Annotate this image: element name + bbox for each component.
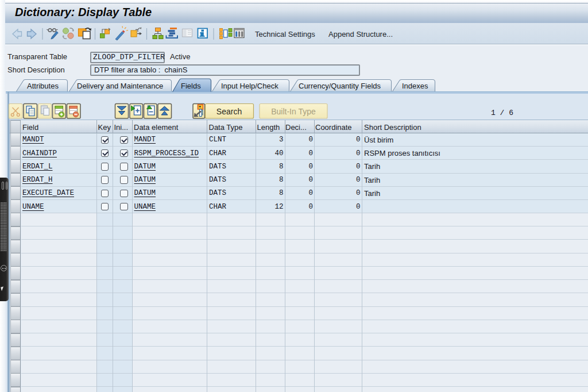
svg-text:Attributes: Attributes — [27, 82, 59, 90]
svg-text:Search: Search — [216, 107, 242, 116]
svg-text:Built-In Type: Built-In Type — [271, 107, 316, 116]
svg-text:Technical Settings: Technical Settings — [255, 30, 315, 39]
svg-text:Indexes: Indexes — [402, 82, 428, 90]
svg-text:Fields: Fields — [181, 82, 201, 90]
svg-text:Append Structure...: Append Structure... — [328, 30, 393, 39]
svg-text:Delivery and Maintenance: Delivery and Maintenance — [77, 82, 163, 90]
svg-text:Currency/Quantity Fields: Currency/Quantity Fields — [299, 82, 381, 90]
svg-text:Input Help/Check: Input Help/Check — [221, 82, 278, 90]
